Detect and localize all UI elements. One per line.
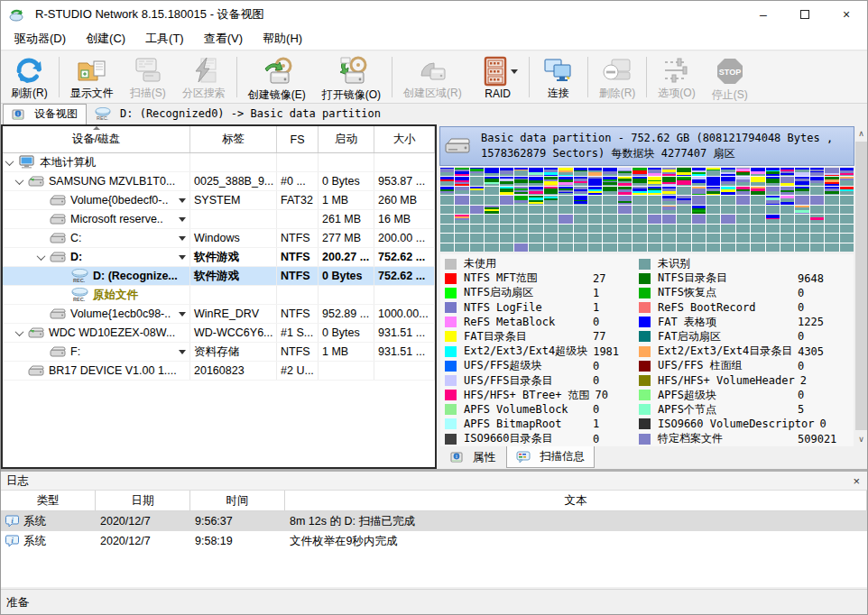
- tab-scan-info[interactable]: 扫描信息: [506, 446, 595, 468]
- log-column-header-2[interactable]: 时间: [190, 491, 285, 510]
- table-row[interactable]: REC.D: (Recognize...软件游戏NTFS0 Bytes752.6…: [3, 267, 435, 286]
- legend-swatch: [445, 404, 457, 415]
- table-row[interactable]: Microsoft reserve..261 MB16 MB: [3, 210, 435, 229]
- column-header-4[interactable]: 大小: [374, 126, 435, 152]
- legend-label: NTFS LogFile: [464, 301, 587, 314]
- chevron-expanded-icon[interactable]: [15, 327, 24, 336]
- legend-count: 0: [593, 374, 634, 387]
- chevron-down-icon[interactable]: [511, 69, 518, 74]
- toolbar-button-label: 分区搜索: [182, 86, 226, 101]
- column-header-2[interactable]: FS: [277, 126, 319, 152]
- chevron-expanded-icon[interactable]: [15, 176, 24, 185]
- refresh-icon: [14, 56, 44, 85]
- menu-item-1[interactable]: 创建(C): [76, 28, 135, 50]
- toolbar-button-open-image[interactable]: 打开镜像(O): [314, 53, 389, 101]
- dropdown-arrow-icon[interactable]: [179, 350, 186, 354]
- svg-text:REC.: REC.: [73, 278, 86, 283]
- scan-block: [736, 234, 750, 242]
- cell-fs: NTFS: [277, 248, 319, 266]
- cell-fs: [277, 286, 319, 304]
- table-row[interactable]: WDC WD10EZEX-08W...WD-WCC6Y6...#1 S...0 …: [3, 324, 435, 343]
- scan-block: [721, 215, 734, 223]
- legend-item: 特定档案文件509021: [639, 431, 854, 445]
- table-row[interactable]: REC.原始文件: [3, 286, 435, 305]
- toolbar-button-raid[interactable]: RAID: [470, 53, 526, 101]
- device-name: Volume{1ecb0c98-..: [70, 308, 171, 320]
- scroll-up-button[interactable]: ∧: [854, 126, 868, 141]
- chevron-expanded-icon[interactable]: [37, 252, 46, 261]
- disk-icon: [50, 308, 66, 320]
- log-column-header-0[interactable]: 类型: [1, 491, 96, 510]
- sort-asc-icon: [93, 126, 100, 130]
- scan-panel-scrollbar[interactable]: ∧ ∨: [854, 126, 868, 446]
- toolbar-button-label: RAID: [485, 87, 511, 100]
- scan-block: [706, 225, 720, 233]
- legend-label: Ext2/Ext3/Ext4目录条目: [658, 344, 792, 359]
- close-button[interactable]: ×: [826, 1, 867, 28]
- show-files-icon: [76, 56, 108, 85]
- menu-item-3[interactable]: 查看(V): [194, 28, 253, 50]
- table-row[interactable]: 本地计算机: [3, 153, 435, 172]
- dropdown-arrow-icon[interactable]: [179, 255, 186, 260]
- device-name: BR17 DEVICE V1.00 1....: [49, 364, 177, 377]
- column-header-1[interactable]: 标签: [190, 126, 277, 152]
- minimize-button[interactable]: –: [743, 1, 784, 28]
- menu-item-4[interactable]: 帮助(H): [253, 28, 312, 50]
- log-column-header-3[interactable]: 文本: [285, 491, 867, 510]
- scan-block: [559, 225, 572, 233]
- log-row[interactable]: i系统2020/12/79:56:378m 12s 的 D: 扫描已完成: [1, 511, 868, 531]
- table-row[interactable]: F:资料存储NTFS1 MB931.51 ...: [3, 343, 435, 362]
- scan-block: [736, 168, 750, 176]
- table-row[interactable]: C:WindowsNTFS277 MB200.00 ...: [3, 229, 435, 248]
- device-name: 原始文件: [93, 288, 138, 303]
- cell-start: 0 Bytes: [319, 172, 374, 190]
- column-header-3[interactable]: 启动: [319, 126, 374, 152]
- toolbar-separator: [392, 57, 392, 97]
- scan-block: [795, 206, 808, 214]
- legend-label: FAT目录条目: [464, 329, 587, 344]
- legend-count: 0: [593, 433, 634, 445]
- legend-swatch: [639, 390, 651, 400]
- scan-block: [455, 234, 468, 242]
- toolbar-separator: [59, 57, 60, 97]
- scan-block: [766, 215, 780, 223]
- toolbar-button-create-image[interactable]: 创建镜像(E): [240, 53, 314, 101]
- log-close-button[interactable]: ×: [849, 474, 863, 488]
- table-row[interactable]: SAMSUNG MZVLB1T0...0025_388B_9...#0 ...0…: [3, 172, 435, 191]
- chevron-expanded-icon[interactable]: [5, 157, 14, 166]
- dropdown-arrow-icon[interactable]: [179, 312, 186, 317]
- tab-recognized-partition[interactable]: REC. D: (Recognized0) -> Basic data part…: [87, 104, 389, 124]
- partition-info-header: Basic data partition - 752.62 GB (808121…: [439, 126, 854, 166]
- log-time: 9:56:37: [190, 511, 285, 531]
- scan-block: [648, 187, 661, 195]
- scroll-down-button[interactable]: ∨: [854, 432, 868, 446]
- log-row[interactable]: i系统2020/12/79:58:19文件枚举在9秒内完成: [1, 531, 868, 551]
- toolbar-button-refresh[interactable]: 刷新(R): [3, 53, 56, 101]
- tab-device-view[interactable]: i 设备视图: [3, 104, 87, 124]
- table-row[interactable]: Volume{1ecb0c98-..WinRE_DRVNTFS952.89 ..…: [3, 305, 435, 324]
- toolbar-button-connect[interactable]: 连接: [532, 53, 585, 101]
- scan-block: [633, 206, 646, 214]
- info-icon: i: [5, 535, 19, 547]
- log-column-header-1[interactable]: 日期: [96, 491, 190, 510]
- table-row[interactable]: Volume{0bedecf0-..SYSTEMFAT321 MB260 MB: [3, 191, 435, 210]
- cell-start: 1 MB: [319, 191, 374, 209]
- scrollbar-thumb[interactable]: [855, 142, 867, 430]
- toolbar-button-show-files[interactable]: 显示文件: [62, 53, 122, 101]
- legend-label: 特定档案文件: [658, 431, 792, 446]
- dropdown-arrow-icon[interactable]: [179, 198, 186, 203]
- legend-item: APFS个节点5: [639, 402, 854, 417]
- legend-count: 0: [798, 360, 854, 372]
- legend-item: NTFS恢复点0: [639, 285, 854, 299]
- tab-properties[interactable]: i 属性: [441, 446, 504, 468]
- dropdown-arrow-icon[interactable]: [179, 236, 186, 241]
- legend-count: 1981: [593, 345, 634, 358]
- menu-item-2[interactable]: 工具(T): [135, 28, 194, 50]
- dropdown-arrow-icon[interactable]: [179, 217, 186, 222]
- log-title-bar: 日志 ×: [1, 472, 868, 491]
- menu-item-0[interactable]: 驱动器(D): [5, 28, 76, 50]
- table-row[interactable]: BR17 DEVICE V1.00 1....20160823#2 U...: [3, 362, 435, 381]
- maximize-button[interactable]: [784, 1, 826, 28]
- table-row[interactable]: D:软件游戏NTFS200.27 ...752.62 ...: [3, 248, 435, 267]
- column-header-0[interactable]: 设备/磁盘: [3, 126, 190, 152]
